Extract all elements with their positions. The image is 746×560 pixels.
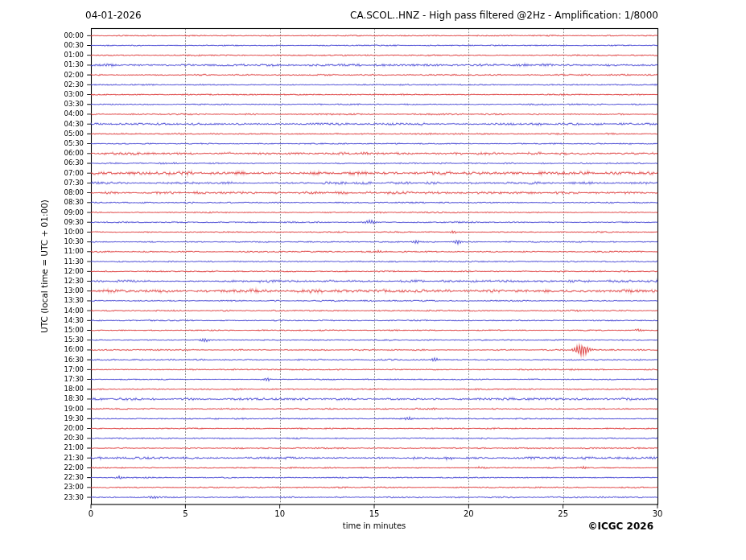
y-tick-label: 18:30: [32, 394, 84, 403]
y-tick-label: 04:00: [32, 109, 84, 118]
y-tick-label: 07:30: [32, 179, 84, 187]
y-tick-label: 17:00: [32, 365, 84, 374]
y-tick-label: 07:00: [32, 169, 84, 178]
y-tick-label: 02:30: [32, 80, 84, 89]
x-tick-label: 15: [362, 509, 386, 518]
y-tick-label: 00:30: [32, 41, 84, 50]
y-tick-label: 16:30: [32, 356, 84, 364]
x-tick-label: 20: [456, 509, 480, 518]
y-tick-label: 23:00: [32, 483, 84, 492]
seismogram-canvas: [0, 0, 746, 560]
y-tick-label: 15:30: [32, 336, 84, 344]
y-tick-label: 08:00: [32, 188, 84, 197]
y-tick-label: 01:30: [32, 60, 84, 69]
y-tick-label: 18:00: [32, 385, 84, 393]
x-tick-label: 25: [551, 509, 575, 518]
y-tick-label: 03:30: [32, 100, 84, 109]
y-tick-label: 05:00: [32, 130, 84, 138]
x-tick-label: 5: [173, 509, 197, 518]
seismogram-page: 04-01-2026 CA.SCOL..HNZ - High pass filt…: [0, 0, 746, 560]
y-tick-label: 04:30: [32, 120, 84, 129]
y-tick-label: 19:00: [32, 405, 84, 414]
y-tick-label: 01:00: [32, 51, 84, 60]
x-tick-label: 30: [645, 509, 670, 518]
x-tick-label: 10: [268, 509, 292, 518]
y-tick-label: 05:30: [32, 139, 84, 148]
y-tick-label: 23:30: [32, 493, 84, 502]
y-axis-label: UTC (local time = UTC + 01:00): [39, 200, 49, 333]
y-tick-label: 02:00: [32, 71, 84, 80]
y-tick-label: 20:00: [32, 424, 84, 433]
y-tick-label: 21:30: [32, 454, 84, 463]
x-axis-label: time in minutes: [294, 521, 455, 530]
y-tick-label: 22:30: [32, 473, 84, 482]
copyright-credit: ©ICGC 2026: [533, 521, 653, 532]
y-tick-label: 06:00: [32, 149, 84, 158]
y-tick-label: 22:00: [32, 463, 84, 472]
plot-title: CA.SCOL..HNZ - High pass filtered @2Hz -…: [350, 10, 658, 21]
plot-date: 04-01-2026: [85, 10, 142, 21]
y-tick-label: 06:30: [32, 159, 84, 167]
y-tick-label: 16:00: [32, 345, 84, 354]
y-tick-label: 19:30: [32, 414, 84, 423]
y-tick-label: 00:00: [32, 31, 84, 40]
y-tick-label: 03:00: [32, 90, 84, 99]
x-tick-label: 0: [79, 509, 103, 518]
y-tick-label: 17:30: [32, 375, 84, 384]
y-tick-label: 21:00: [32, 443, 84, 452]
y-tick-label: 20:30: [32, 434, 84, 443]
